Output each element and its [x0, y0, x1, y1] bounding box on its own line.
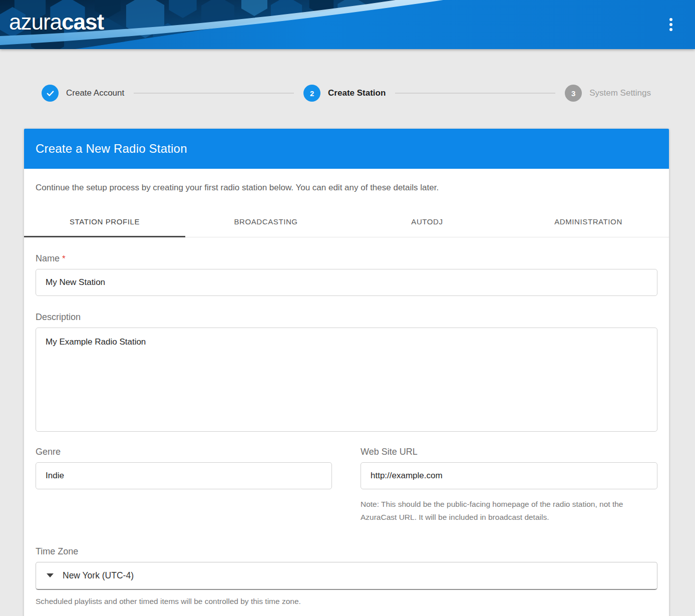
card-title: Create a New Radio Station — [36, 142, 187, 156]
description-textarea[interactable]: My Example Radio Station — [36, 328, 657, 432]
genre-input[interactable] — [36, 462, 332, 489]
website-url-note: Note: This should be the public-facing h… — [361, 498, 657, 524]
logo-text-bold: cast — [62, 10, 104, 34]
overflow-menu-kebab-icon[interactable] — [665, 16, 676, 33]
genre-website-row: Genre Web Site URL Note: This should be … — [36, 447, 657, 524]
step-label: System Settings — [589, 88, 651, 98]
timezone-note: Scheduled playlists and other timed item… — [36, 597, 657, 606]
intro-text: Continue the setup process by creating y… — [24, 169, 669, 193]
step-create-station[interactable]: 2 Create Station — [303, 85, 386, 102]
check-icon — [46, 89, 55, 98]
required-asterisk: * — [62, 254, 66, 263]
azuracast-logo: azuracast — [9, 11, 104, 33]
timezone-selected-value: New York (UTC-4) — [63, 570, 134, 581]
app-header: azuracast — [0, 0, 695, 49]
timezone-label: Time Zone — [36, 546, 78, 557]
tab-administration[interactable]: Administration — [508, 207, 669, 237]
tab-autodj[interactable]: AutoDJ — [346, 207, 508, 237]
stepper-connector — [134, 93, 294, 94]
step-create-account[interactable]: Create Account — [42, 85, 124, 102]
step-number-badge: 2 — [303, 85, 320, 102]
card-header: Create a New Radio Station — [24, 129, 669, 169]
genre-label: Genre — [36, 447, 61, 457]
website-url-label: Web Site URL — [361, 447, 418, 457]
step-number-badge: 3 — [565, 85, 582, 102]
name-label: Name — [36, 253, 60, 264]
step-label: Create Station — [328, 88, 386, 98]
logo-text-light: azura — [9, 10, 62, 34]
tab-broadcasting[interactable]: Broadcasting — [185, 207, 346, 237]
card-body: Continue the setup process by creating y… — [24, 169, 669, 616]
station-tabs: Station Profile Broadcasting AutoDJ Admi… — [24, 207, 669, 237]
chevron-down-icon — [47, 573, 54, 577]
step-system-settings[interactable]: 3 System Settings — [565, 85, 651, 102]
stepper-connector — [395, 93, 555, 94]
station-profile-form: Name* Description My Example Radio Stati… — [24, 253, 669, 616]
kebab-dot — [669, 28, 672, 31]
kebab-dot — [669, 23, 672, 26]
kebab-dot — [669, 18, 672, 21]
name-input[interactable] — [36, 269, 657, 296]
genre-field-group: Genre — [36, 447, 332, 524]
website-url-input[interactable] — [361, 462, 657, 489]
step-label: Create Account — [66, 88, 124, 98]
timezone-select[interactable]: New York (UTC-4) — [36, 562, 657, 590]
description-label: Description — [36, 312, 81, 323]
timezone-field-group: Time Zone New York (UTC-4) Scheduled pla… — [36, 546, 657, 606]
tab-station-profile[interactable]: Station Profile — [24, 207, 185, 237]
check-circle — [42, 85, 59, 102]
setup-stepper: Create Account 2 Create Station 3 System… — [0, 84, 695, 102]
website-field-group: Web Site URL Note: This should be the pu… — [361, 447, 657, 524]
description-field-group: Description My Example Radio Station — [36, 312, 657, 432]
header-art — [0, 0, 695, 49]
name-field-group: Name* — [36, 253, 657, 296]
create-station-card: Create a New Radio Station Continue the … — [24, 129, 669, 616]
